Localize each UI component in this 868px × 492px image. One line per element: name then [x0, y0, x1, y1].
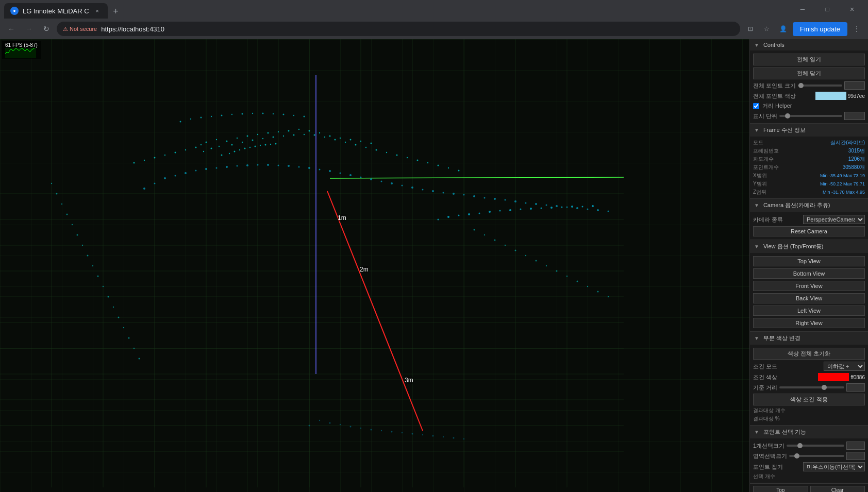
svg-point-34 — [257, 134, 258, 135]
svg-point-149 — [582, 206, 583, 208]
forward-button[interactable]: → — [22, 22, 36, 36]
svg-point-85 — [260, 145, 261, 146]
svg-point-97 — [226, 166, 228, 168]
minimize-button[interactable]: ─ — [791, 2, 814, 16]
frame-info-section: ▼ Frame 수신 정보 모드 실시간(라이브) 프레임번호 3015번 파도… — [750, 124, 868, 199]
svg-point-190 — [381, 430, 382, 431]
condition-mode-label: 조건 모드 — [753, 363, 777, 370]
menu-icon[interactable]: ⋮ — [849, 22, 864, 36]
svg-point-202 — [211, 116, 212, 117]
close-window-button[interactable]: × — [840, 2, 864, 16]
bottom-view-button[interactable]: Bottom View — [753, 268, 865, 279]
right-view-button[interactable]: Right View — [753, 318, 865, 328]
single-select-slider[interactable] — [787, 445, 844, 447]
open-all-button[interactable]: 전체 열기 — [753, 54, 865, 65]
condition-mode-select[interactable]: 이하값 ÷ — [824, 362, 865, 371]
area-select-input[interactable]: 1 — [846, 452, 865, 460]
point-size-slider[interactable] — [798, 84, 842, 87]
address-bar[interactable]: ⚠ Not secure https://localhost:4310 — [57, 22, 740, 36]
condition-color-swatch[interactable] — [818, 373, 849, 381]
back-button[interactable]: ← — [4, 22, 19, 36]
svg-point-117 — [432, 190, 434, 192]
point-size-input[interactable]: 0.005 — [844, 81, 865, 90]
svg-point-200 — [190, 118, 191, 120]
svg-point-133 — [597, 209, 599, 211]
display-unit-slider[interactable] — [779, 115, 842, 117]
area-select-slider[interactable] — [789, 455, 844, 457]
svg-point-150 — [592, 205, 594, 207]
apply-color-button[interactable]: 색상 조건 적용 — [753, 394, 865, 405]
svg-point-31 — [226, 141, 228, 142]
front-view-button[interactable]: Front View — [753, 281, 865, 291]
point-select-title: 포인트 선택 기능 — [763, 428, 806, 436]
svg-point-173 — [515, 250, 516, 251]
z-range-value: Min -31.70 Max 4.95 — [823, 190, 865, 195]
base-distance-slider[interactable] — [779, 386, 844, 388]
camera-collapse-icon: ▼ — [754, 202, 759, 208]
select-method-select[interactable]: 마우스이동(마선택) ÷ — [803, 462, 865, 471]
svg-point-64 — [324, 137, 325, 138]
svg-point-98 — [237, 165, 238, 167]
top-button[interactable]: Top — [753, 486, 808, 492]
svg-point-62 — [304, 134, 305, 135]
active-tab[interactable]: ● LG Innotek MLiDAR C × — [4, 3, 108, 19]
reset-color-button[interactable]: 색상 전체 초기화 — [753, 348, 865, 360]
left-view-button[interactable]: Left View — [753, 306, 865, 316]
point-color-swatch[interactable] — [815, 92, 846, 100]
point-color-label: 전체 포인트 색상 — [753, 92, 796, 100]
svg-point-101 — [267, 164, 269, 166]
top-view-button[interactable]: Top View — [753, 256, 865, 266]
controls-header[interactable]: ▼ Controls — [750, 39, 868, 50]
svg-point-128 — [546, 205, 547, 206]
back-view-button[interactable]: Back View — [753, 293, 865, 303]
svg-point-127 — [535, 203, 537, 205]
display-unit-input[interactable]: 1 — [844, 112, 865, 120]
frame-info-collapse-icon: ▼ — [754, 127, 759, 133]
finish-update-button[interactable]: Finish update — [793, 22, 847, 36]
svg-point-115 — [411, 186, 413, 189]
camera-type-select[interactable]: PerspectiveCamera — [803, 215, 865, 224]
tab-close-btn[interactable]: × — [93, 7, 102, 15]
3d-viewport[interactable]: 61 FPS (5-87) 1m 2m 3m — [0, 39, 749, 492]
svg-point-191 — [391, 431, 393, 433]
bookmark-icon[interactable]: ☆ — [760, 22, 774, 36]
base-distance-input[interactable]: 71 — [846, 383, 865, 392]
distance-helper-checkbox[interactable] — [753, 103, 759, 109]
svg-point-80 — [234, 151, 236, 152]
svg-point-94 — [195, 170, 197, 172]
select-method-label: 포인트 잡기 — [753, 463, 783, 471]
svg-point-161 — [128, 337, 130, 339]
tab-title: LG Innotek MLiDAR C — [23, 7, 89, 15]
svg-point-55 — [231, 144, 233, 146]
svg-point-136 — [447, 216, 449, 218]
close-all-button[interactable]: 전체 닫기 — [753, 67, 865, 79]
svg-point-141 — [499, 210, 501, 212]
cast-icon[interactable]: ⊡ — [743, 22, 758, 36]
camera-options-header[interactable]: ▼ Camera 옵션(카메라 추류) — [750, 199, 868, 212]
svg-point-134 — [608, 211, 609, 212]
reset-camera-button[interactable]: Reset Camera — [753, 226, 865, 236]
frame-info-header[interactable]: ▼ Frame 수신 정보 — [750, 124, 868, 137]
svg-point-159 — [118, 317, 120, 318]
svg-point-118 — [443, 192, 444, 194]
svg-point-40 — [319, 132, 320, 133]
svg-point-76 — [448, 167, 449, 168]
point-select-header[interactable]: ▼ 포인트 선택 기능 — [750, 426, 868, 438]
view-options-header[interactable]: ▼ View 옵션 (Top/Front등) — [750, 240, 868, 253]
color-change-header[interactable]: ▼ 부분 색상 변경 — [750, 332, 868, 345]
svg-point-42 — [340, 138, 341, 139]
maximize-button[interactable]: □ — [815, 2, 839, 16]
svg-point-142 — [509, 209, 511, 211]
frame-no-label: 프레임번호 — [753, 147, 779, 155]
svg-point-154 — [92, 265, 93, 266]
point-color-hex: 99d7ee — [848, 93, 865, 99]
svg-point-178 — [566, 276, 567, 277]
svg-point-79 — [229, 153, 230, 154]
single-select-input[interactable]: 2 — [846, 442, 865, 450]
clear-button[interactable]: Clear — [810, 486, 865, 492]
new-tab-button[interactable]: + — [109, 4, 123, 19]
profile-icon[interactable]: 👤 — [776, 22, 791, 36]
reload-button[interactable]: ↻ — [39, 22, 54, 36]
svg-point-177 — [556, 270, 558, 272]
svg-point-46 — [185, 149, 186, 150]
